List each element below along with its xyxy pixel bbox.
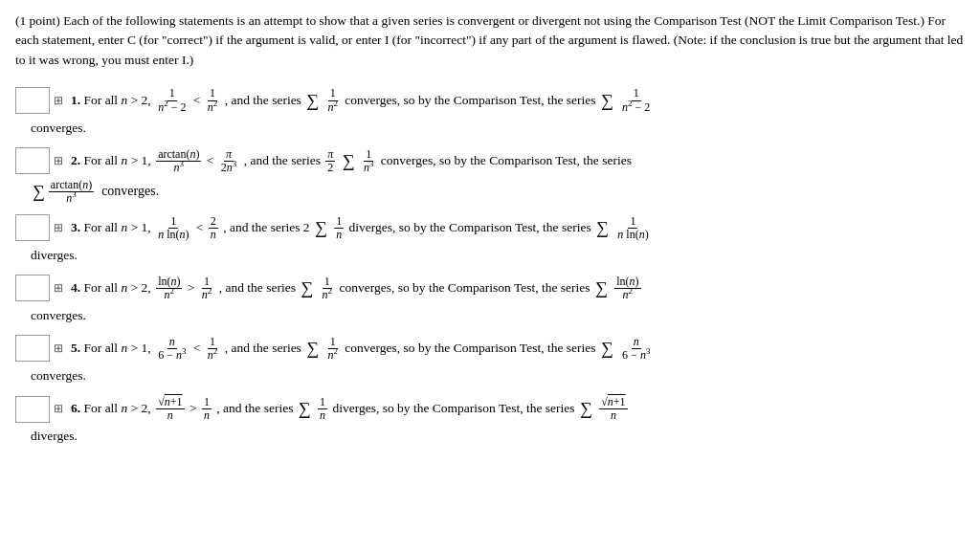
answer-box-5[interactable] (15, 335, 50, 362)
problem-4-continuation: converges. (31, 306, 965, 325)
answer-box-3[interactable] (15, 214, 50, 241)
answer-box-6[interactable] (15, 396, 50, 423)
problem-1-row: ⊞ 1. For all n > 2, 1n2 − 2 < 1n2 , and … (15, 87, 965, 115)
problem-3-text: 3. For all n > 1, 1n ln(n) < 2n , and th… (71, 214, 965, 242)
problem-2-text: 2. For all n > 1, arctan(n)n3 < π2n3 , a… (71, 147, 965, 175)
grid-icon-3[interactable]: ⊞ (54, 221, 63, 235)
problem-2-row: ⊞ 2. For all n > 1, arctan(n)n3 < π2n3 ,… (15, 147, 965, 175)
intro-text: (1 point) Each of the following statemen… (15, 11, 965, 70)
grid-icon-5[interactable]: ⊞ (54, 342, 63, 356)
problem-6-continuation: diverges. (31, 427, 965, 446)
answer-box-1[interactable] (15, 87, 50, 114)
grid-icon-6[interactable]: ⊞ (54, 402, 63, 416)
problem-3-row: ⊞ 3. For all n > 1, 1n ln(n) < 2n , and … (15, 214, 965, 242)
problem-5-row: ⊞ 5. For all n > 1, n6 − n3 < 1n2 , and … (15, 335, 965, 363)
problem-4-row: ⊞ 4. For all n > 2, ln(n)n2 > 1n2 , and … (15, 275, 965, 302)
problem-2-continuation: ∑ arctan(n)n3 converges. (31, 179, 965, 205)
problem-6-row: ⊞ 6. For all n > 2, √n+1n > 1n , and the… (15, 395, 965, 423)
grid-icon-4[interactable]: ⊞ (54, 281, 63, 296)
problem-1-continuation: converges. (31, 119, 965, 138)
answer-box-4[interactable] (15, 275, 50, 301)
grid-icon-1[interactable]: ⊞ (54, 94, 63, 108)
answer-box-2[interactable] (15, 147, 50, 174)
problem-4-text: 4. For all n > 2, ln(n)n2 > 1n2 , and th… (71, 275, 965, 302)
problem-1-text: 1. For all n > 2, 1n2 − 2 < 1n2 , and th… (71, 87, 965, 115)
problem-6-text: 6. For all n > 2, √n+1n > 1n , and the s… (71, 395, 965, 423)
problem-3-continuation: diverges. (31, 246, 965, 265)
grid-icon-2[interactable]: ⊞ (54, 154, 63, 168)
problem-5-text: 5. For all n > 1, n6 − n3 < 1n2 , and th… (71, 335, 965, 363)
problem-5-continuation: converges. (31, 366, 965, 386)
